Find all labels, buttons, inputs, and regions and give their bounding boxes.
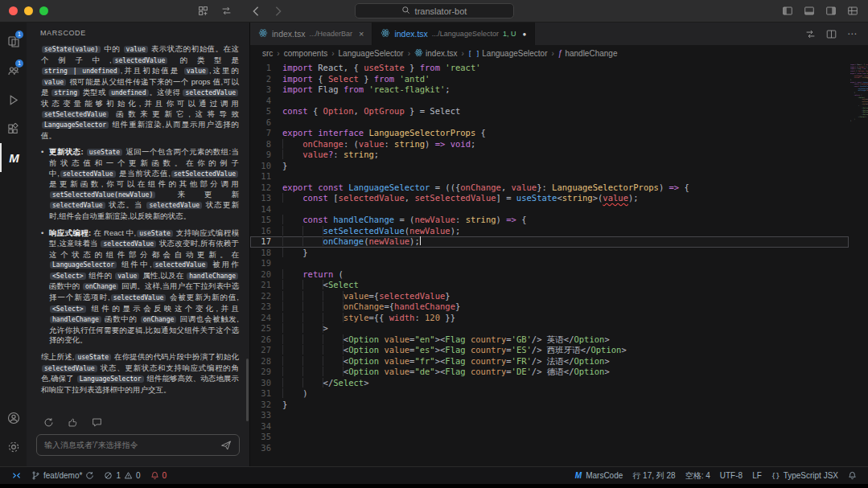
code-line[interactable]: 34 <box>250 421 849 433</box>
code-line[interactable]: 17 onChange(newValue); <box>250 236 849 248</box>
like-icon[interactable] <box>68 417 78 428</box>
code-line[interactable]: 30 </Select> <box>250 378 849 389</box>
settings-gear-icon[interactable] <box>0 433 27 461</box>
line-number: 27 <box>250 345 282 356</box>
chat-input[interactable] <box>44 441 216 449</box>
code-line[interactable]: 25 > <box>250 323 849 334</box>
code-line[interactable]: 11 <box>250 171 849 182</box>
line-number: 12 <box>250 182 282 194</box>
code-line[interactable]: 27 <Option value="es"><Flag country='ES'… <box>250 345 849 356</box>
breadcrumb-item[interactable]: ƒhandleChange <box>558 49 618 58</box>
toggle-panel-icon[interactable] <box>804 6 815 16</box>
send-icon[interactable] <box>220 440 232 451</box>
nav-forward-icon[interactable] <box>274 6 283 17</box>
braces-icon: {} <box>771 472 780 480</box>
code-line[interactable]: 26 <Option value="en"><Flag country='GB'… <box>250 334 849 346</box>
code-line[interactable]: 2import { Select } from 'antd' <box>250 74 849 85</box>
marscode-icon[interactable]: M <box>0 143 27 172</box>
close-icon[interactable]: × <box>359 29 364 39</box>
more-actions-icon[interactable]: ⋯ <box>847 28 858 39</box>
swap-icon[interactable] <box>221 6 232 16</box>
nav-back-icon[interactable] <box>251 6 261 17</box>
code-line[interactable]: 28 <Option value="fr"><Flag country='FR'… <box>250 356 849 367</box>
sidebar-scrollbar[interactable] <box>246 359 249 421</box>
status-bar: feat/demo* 1 0 0 M MarsCode 行 17, 列 28 空… <box>0 466 868 484</box>
customize-layout-icon[interactable] <box>847 6 858 16</box>
code-line[interactable]: 1import React, { useState } from 'react' <box>250 63 849 74</box>
line-number: 11 <box>250 171 282 182</box>
unsaved-dot-icon[interactable]: ● <box>522 31 526 38</box>
run-debug-icon[interactable] <box>0 85 27 114</box>
code-editor[interactable]: 1import React, { useState } from 'react'… <box>250 61 868 466</box>
code-line[interactable]: 12export const LanguageSelector = (({onC… <box>250 182 849 194</box>
sync-icon <box>85 471 94 480</box>
explorer-icon[interactable]: 1 <box>0 27 27 56</box>
compare-changes-icon[interactable] <box>805 29 816 39</box>
code-line[interactable]: 24 style={{ width: 120 }} <box>250 313 849 324</box>
code-line[interactable]: 21 <Select <box>250 280 849 291</box>
code-line[interactable]: 32} <box>250 400 849 411</box>
toggle-sidebar-icon[interactable] <box>782 6 793 16</box>
line-number: 29 <box>250 367 282 378</box>
code-line[interactable]: 22 value={selectedValue} <box>250 291 849 302</box>
search-label: translator-bot <box>415 6 467 16</box>
code-line[interactable]: 20 return ( <box>250 269 849 281</box>
code-line[interactable]: 9 value?: string; <box>250 150 849 161</box>
code-line[interactable]: 8 onChange: (value: string) => void; <box>250 139 849 150</box>
code-line[interactable]: 13 const [selectedValue, setSelectedValu… <box>250 193 849 204</box>
alert-bell-icon <box>150 471 159 480</box>
bell-icon[interactable] <box>843 467 862 485</box>
code-line[interactable]: 36 <box>250 443 849 454</box>
marscode-status[interactable]: M MarsCode <box>570 467 627 485</box>
remote-indicator[interactable] <box>6 467 27 485</box>
code-line[interactable]: 15 const handleChange = (newValue: strin… <box>250 215 849 226</box>
command-center-search[interactable]: translator-bot <box>355 3 514 18</box>
indentation[interactable]: 空格: 4 <box>681 467 715 485</box>
accounts-group-icon[interactable]: 1 <box>0 56 27 85</box>
cursor-position[interactable]: 行 17, 列 28 <box>627 467 680 485</box>
split-editor-icon[interactable] <box>826 29 837 39</box>
close-window-button[interactable] <box>9 6 18 15</box>
grid-plus-icon[interactable] <box>198 6 208 16</box>
code-line[interactable]: 14 <box>250 204 849 215</box>
window-bottom-edge <box>0 484 868 488</box>
language-mode[interactable]: {} TypeScript JSX <box>767 467 843 485</box>
regenerate-icon[interactable] <box>43 417 54 428</box>
comment-icon[interactable] <box>92 417 102 428</box>
code-line[interactable]: 33 <box>250 410 849 421</box>
code-line[interactable]: 18 } <box>250 248 849 259</box>
breadcrumb-item[interactable]: src <box>262 49 273 58</box>
code-line[interactable]: 10} <box>250 161 849 172</box>
toggle-secondary-sidebar-icon[interactable] <box>825 6 837 16</box>
breadcrumb-item[interactable]: LanguageSelector <box>339 49 404 58</box>
code-line[interactable]: 16 setSelectedValue(newValue); <box>250 226 849 237</box>
breadcrumb-item[interactable]: [ ]LanguageSelector <box>468 49 548 58</box>
eol-selector[interactable]: LF <box>747 467 767 485</box>
extensions-icon[interactable] <box>0 114 27 143</box>
code-line[interactable]: 31 ) <box>250 388 849 400</box>
breadcrumb-item[interactable]: index.tsx <box>414 48 457 59</box>
chat-input-box[interactable] <box>36 434 240 456</box>
code-line[interactable]: 29 <Option value="de"><Flag country='DE'… <box>250 367 849 378</box>
code-line[interactable]: 6 <box>250 117 849 129</box>
code-line[interactable]: 7export interface LanguageSelectorProps … <box>250 128 849 139</box>
line-number: 26 <box>250 334 282 346</box>
notifications-badge[interactable]: 0 <box>146 467 172 485</box>
encoding[interactable]: UTF-8 <box>715 467 747 485</box>
code-line[interactable]: 23 onChange={handleChange} <box>250 301 849 313</box>
account-icon[interactable] <box>0 404 27 433</box>
code-line[interactable]: 4 <box>250 96 849 107</box>
problems-indicator[interactable]: 1 0 <box>99 467 145 485</box>
minimize-window-button[interactable] <box>24 6 33 15</box>
code-line[interactable]: 5const { Option, OptGroup } = Select <box>250 106 849 117</box>
tab-languageselector-index[interactable]: index.tsx .../LanguageSelector 1, U ● <box>372 23 535 45</box>
code-line[interactable]: 19 <box>250 258 849 269</box>
zoom-window-button[interactable] <box>39 6 48 15</box>
tab-headerbar-index[interactable]: index.tsx .../HeaderBar × <box>250 23 372 45</box>
minimap[interactable]: import React, { useState } from 'react'i… <box>849 61 868 466</box>
line-number: 16 <box>250 226 282 237</box>
code-line[interactable]: 3import Flag from 'react-flagkit'; <box>250 84 849 96</box>
code-line[interactable]: 35 <box>250 432 849 443</box>
git-branch[interactable]: feat/demo* <box>27 467 99 485</box>
breadcrumb-item[interactable]: components <box>284 49 327 58</box>
